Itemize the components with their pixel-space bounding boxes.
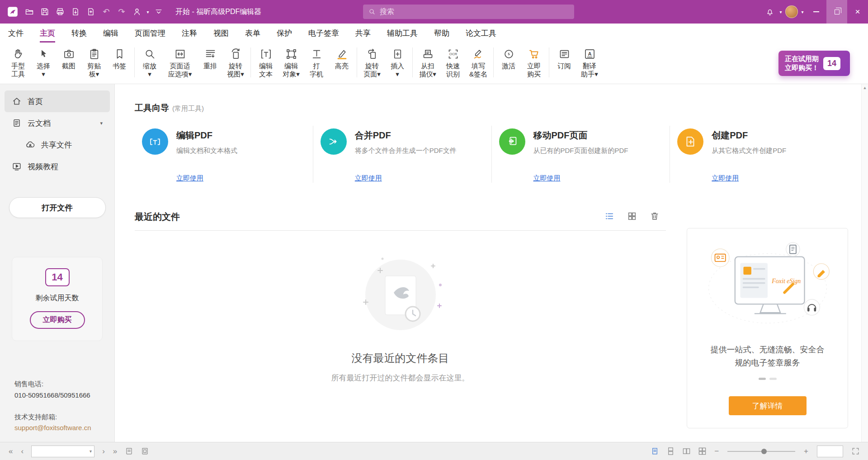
menu-tab-view[interactable]: 视图 <box>213 24 229 43</box>
ribbon-tool-subscribe[interactable]: 订阅 <box>552 46 577 70</box>
ribbon-tool-activate[interactable]: 激活 <box>496 46 521 70</box>
zoom-slider[interactable] <box>727 447 795 456</box>
ribbon-tool-select[interactable]: 选择 ▾ <box>31 46 56 78</box>
ribbon-tool-clipboard[interactable]: 剪贴 板▾ <box>81 46 107 78</box>
ribbon-tool-bookmark[interactable]: 书签 <box>107 46 132 70</box>
ribbon-tool-quick-ocr[interactable]: OCR 快速 识别 <box>440 46 466 78</box>
export-pdf-icon[interactable] <box>68 0 83 24</box>
global-search-input[interactable]: 搜索 <box>363 5 574 19</box>
zoom-in-button[interactable]: + <box>801 447 811 455</box>
use-now-link[interactable]: 立即使用 <box>533 174 664 183</box>
cloud-doc-icon <box>12 118 22 128</box>
ribbon-tool-zoom[interactable]: 缩放 ▾ <box>137 46 162 78</box>
grid-view-icon[interactable] <box>627 211 637 223</box>
open-file-button[interactable]: 打开文件 <box>9 197 106 218</box>
zoom-slider-thumb[interactable] <box>761 449 767 454</box>
save-icon[interactable] <box>37 0 52 24</box>
trial-purchase-banner[interactable]: 正在试用期 立即购买！ 14 <box>778 51 850 76</box>
ribbon-collapse-icon[interactable] <box>151 0 166 24</box>
close-button[interactable]: × <box>847 0 868 24</box>
quick-sign-caret-icon[interactable]: ▾ <box>145 9 151 14</box>
notifications-caret-icon[interactable]: ▾ <box>778 9 784 14</box>
card-edit-pdf[interactable]: 编辑PDF 编辑文档和文本格式 立即使用 <box>135 126 313 183</box>
sidebar-item-shared-files[interactable]: 共享文件 <box>5 134 110 156</box>
sidebar-item-video-tutorials[interactable]: 视频教程 <box>5 156 110 177</box>
zoom-level-input[interactable] <box>817 446 843 457</box>
page-number-caret-icon[interactable]: ▾ <box>90 449 94 454</box>
next-view-icon[interactable] <box>138 447 152 455</box>
ribbon-tool-rotate-view[interactable]: 旋转 视图▾ <box>223 46 248 78</box>
page-number-input[interactable] <box>32 448 90 455</box>
ribbon-tool-insert[interactable]: 插入 ▾ <box>385 46 410 78</box>
ribbon-tool-buy-now[interactable]: 立即 购买 <box>521 46 547 78</box>
ribbon-tool-snapshot[interactable]: 截图 <box>56 46 81 70</box>
ribbon-separator <box>134 47 135 77</box>
trash-icon[interactable] <box>650 211 660 223</box>
sidebar-item-home[interactable]: 首页 <box>5 90 110 112</box>
ribbon-tool-translate[interactable]: A 翻译 助手▾ <box>577 46 602 78</box>
support-email-link[interactable]: support@foxitsoftware.cn <box>14 423 110 433</box>
menu-tab-paper-tools[interactable]: 论文工具 <box>466 24 496 43</box>
carousel-dot-active[interactable] <box>759 378 766 380</box>
ribbon-tool-typewriter[interactable]: 打 字机 <box>304 46 329 78</box>
card-merge-pdf[interactable]: 合并PDF 将多个文件合并生成一个PDF文件 立即使用 <box>313 126 491 183</box>
zoom-out-button[interactable]: − <box>711 447 722 455</box>
carousel-dot[interactable] <box>769 378 777 380</box>
first-page-button[interactable]: « <box>5 447 16 455</box>
ribbon-tool-hand[interactable]: 手型 工具 <box>5 46 31 78</box>
minimize-button[interactable] <box>806 0 826 24</box>
ribbon-tool-edit-text[interactable]: 编辑 文本 <box>253 46 278 78</box>
quick-sign-icon[interactable] <box>129 0 145 24</box>
two-page-continuous-view-icon[interactable] <box>695 447 709 455</box>
single-page-view-icon[interactable] <box>648 447 662 455</box>
ribbon-tool-from-scanner[interactable]: 从扫 描仪▾ <box>415 46 440 78</box>
ribbon-tool-highlight[interactable]: 高亮 <box>329 46 354 70</box>
prev-view-icon[interactable] <box>122 447 136 455</box>
prev-page-button[interactable]: ‹ <box>18 447 27 455</box>
account-caret-icon[interactable]: ▾ <box>799 9 806 14</box>
card-move-pdf-pages[interactable]: 移动PDF页面 从已有的PDF页面创建新的PDF 立即使用 <box>491 126 670 183</box>
menu-tab-form[interactable]: 表单 <box>245 24 260 43</box>
menu-tab-comment[interactable]: 注释 <box>182 24 197 43</box>
list-view-icon[interactable] <box>604 211 614 223</box>
ribbon-tool-fill-sign[interactable]: 填写 &签名 <box>466 46 491 78</box>
print-icon[interactable] <box>52 0 68 24</box>
tool-wizard-header: 工具向导 (常用工具) <box>135 102 848 114</box>
sidebar-item-cloud-docs[interactable]: 云文档 ▾ <box>5 112 110 134</box>
fullscreen-icon[interactable] <box>849 447 863 455</box>
menu-tab-file[interactable]: 文件 <box>8 24 24 43</box>
use-now-link[interactable]: 立即使用 <box>712 174 842 183</box>
use-now-link[interactable]: 立即使用 <box>355 174 485 183</box>
two-page-view-icon[interactable] <box>679 447 693 455</box>
card-create-pdf[interactable]: 创建PDF 从其它格式文件创建PDF 立即使用 <box>670 126 848 183</box>
create-from-file-icon[interactable] <box>83 0 99 24</box>
ribbon-tool-edit-object[interactable]: 编辑 对象▾ <box>278 46 304 78</box>
menu-tab-protect[interactable]: 保护 <box>277 24 292 43</box>
notifications-bell-icon[interactable] <box>762 0 778 24</box>
redo-icon[interactable]: ↷ <box>114 0 129 24</box>
continuous-view-icon[interactable] <box>664 447 678 455</box>
ribbon-tool-page-fit[interactable]: 页面适 应选项▾ <box>162 46 198 78</box>
menu-tab-convert[interactable]: 转换 <box>71 24 87 43</box>
ribbon-tool-rotate-pages[interactable]: 旋转 页面▾ <box>359 46 385 78</box>
content-scrollbar[interactable]: ▲ <box>861 84 868 442</box>
buy-now-button[interactable]: 立即购买 <box>30 311 85 329</box>
menu-tab-esign[interactable]: 电子签章 <box>308 24 339 43</box>
next-page-button[interactable]: › <box>99 447 108 455</box>
menu-tab-accessibility[interactable]: 辅助工具 <box>387 24 418 43</box>
open-folder-icon[interactable] <box>22 0 37 24</box>
last-page-button[interactable]: » <box>110 447 120 455</box>
use-now-link[interactable]: 立即使用 <box>176 174 307 183</box>
menu-tab-home[interactable]: 主页 <box>40 24 55 43</box>
account-avatar[interactable] <box>784 0 799 24</box>
learn-more-button[interactable]: 了解详情 <box>729 396 807 415</box>
menu-tab-share[interactable]: 共享 <box>355 24 371 43</box>
menu-tab-edit[interactable]: 编辑 <box>103 24 118 43</box>
restore-button[interactable] <box>826 0 847 24</box>
menu-tab-help[interactable]: 帮助 <box>434 24 449 43</box>
ribbon-tool-reflow[interactable]: 重排 <box>198 46 223 70</box>
scroll-up-icon[interactable]: ▲ <box>863 85 867 90</box>
menu-tab-page-manage[interactable]: 页面管理 <box>135 24 165 43</box>
cloud-docs-caret-icon[interactable]: ▾ <box>100 120 103 126</box>
undo-icon[interactable]: ↶ <box>99 0 114 24</box>
